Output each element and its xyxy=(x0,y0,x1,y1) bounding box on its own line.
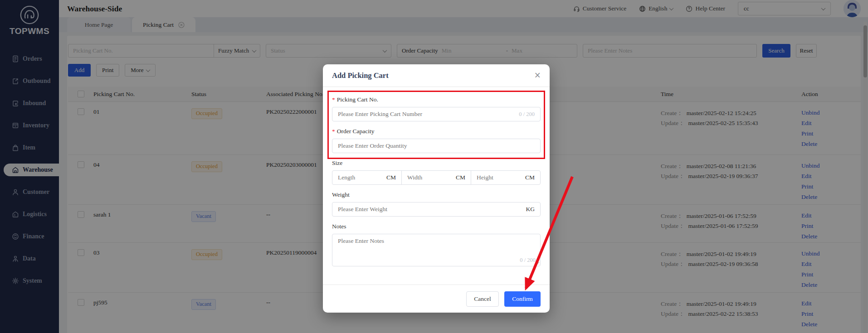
height-unit: CM xyxy=(525,174,535,181)
notes-char-counter: 0 / 200 xyxy=(520,257,536,264)
order-capacity-input[interactable] xyxy=(338,142,535,150)
close-icon[interactable]: × xyxy=(535,70,541,81)
weight-input[interactable] xyxy=(338,206,523,213)
width-unit: CM xyxy=(456,174,465,181)
notes-label: Notes xyxy=(332,223,541,230)
weight-label: Weight xyxy=(332,191,541,198)
width-input[interactable] xyxy=(407,174,453,181)
char-counter: 0 / 200 xyxy=(519,111,535,118)
width-segment: CM xyxy=(401,171,471,184)
picking-cart-no-field: 0 / 200 xyxy=(332,107,541,121)
length-unit: CM xyxy=(386,174,396,181)
size-label: Size xyxy=(332,159,541,167)
required-mark: * xyxy=(332,128,335,135)
length-input[interactable] xyxy=(338,174,384,181)
modal-footer: Cancel Confirm xyxy=(323,285,550,313)
notes-field: 0 / 200 xyxy=(332,234,541,266)
height-input[interactable] xyxy=(477,174,522,181)
confirm-button[interactable]: Confirm xyxy=(504,291,541,307)
picking-cart-no-input[interactable] xyxy=(338,111,515,118)
modal-header: Add Picking Cart × xyxy=(323,64,550,87)
modal-title: Add Picking Cart xyxy=(332,71,389,80)
size-field-group: CM CM CM xyxy=(332,170,541,185)
add-picking-cart-modal: Add Picking Cart × *Picking Cart No. 0 /… xyxy=(323,64,550,313)
length-segment: CM xyxy=(332,171,401,184)
weight-field: KG xyxy=(332,202,541,217)
required-mark: * xyxy=(332,96,335,103)
height-segment: CM xyxy=(471,171,540,184)
weight-unit: KG xyxy=(526,206,535,213)
cancel-button[interactable]: Cancel xyxy=(466,291,499,307)
order-capacity-label: *Order Capacity xyxy=(332,128,541,135)
order-capacity-field xyxy=(332,139,541,153)
picking-cart-no-label: *Picking Cart No. xyxy=(332,96,541,103)
modal-body: *Picking Cart No. 0 / 200 *Order Capacit… xyxy=(323,87,550,285)
notes-textarea[interactable] xyxy=(338,237,535,256)
